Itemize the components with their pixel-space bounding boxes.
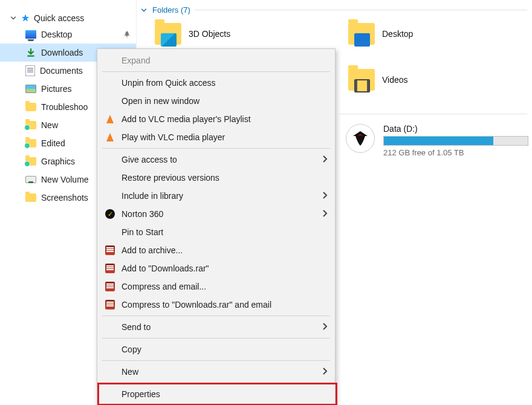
norton-icon: ✓ (105, 209, 115, 219)
blank-icon (105, 77, 115, 88)
menu-item-send-to[interactable]: Send to (99, 318, 334, 336)
sidebar-item-label: Downloads (41, 48, 83, 57)
vlc-cone-icon (105, 132, 115, 143)
folder-tile-desktop[interactable]: Desktop (348, 23, 413, 45)
drive-icon (25, 176, 36, 183)
drive-name: Data (D:) (383, 124, 528, 134)
submenu-arrow-icon (322, 191, 328, 201)
menu-separator (102, 71, 330, 72)
submenu-arrow-icon (322, 209, 328, 219)
folder-sync-icon (25, 139, 36, 147)
menu-separator (102, 316, 330, 316)
star-icon (21, 13, 30, 23)
chevron-down-icon (10, 15, 17, 22)
blank-icon (105, 322, 115, 332)
submenu-arrow-icon (322, 155, 328, 165)
winrar-icon (105, 245, 115, 256)
menu-item-open-in-new-window[interactable]: Open in new window (99, 92, 334, 110)
drive-info: Data (D:) 212 GB free of 1.05 TB (383, 124, 528, 157)
devices-separator (339, 114, 527, 114)
menu-item-label: Include in library (122, 191, 183, 201)
menu-separator (102, 148, 330, 149)
sidebar-item-label: Edited (41, 138, 65, 148)
menu-item-label: Compress to "Downloads.rar" and email (122, 300, 271, 309)
folder-sync-icon (25, 121, 36, 129)
menu-item-copy[interactable]: Copy (99, 340, 334, 358)
menu-item-add-to-vlc-media-player-s-playlist[interactable]: Add to VLC media player's Playlist (99, 110, 334, 128)
menu-item-label: Add to VLC media player's Playlist (122, 114, 251, 124)
drive-freespace: 212 GB free of 1.05 TB (383, 148, 528, 157)
sidebar-item-label: Pictures (41, 84, 72, 94)
blank-icon (105, 344, 115, 355)
winrar-icon (105, 299, 115, 310)
vlc-cone-icon (105, 114, 115, 125)
submenu-arrow-icon (322, 322, 328, 332)
sidebar-item-label: Troubleshoo (41, 102, 88, 112)
menu-item-norton-360[interactable]: ✓Norton 360 (99, 205, 334, 223)
menu-item-label: Add to "Downloads.rar" (122, 264, 209, 273)
drive-logo-icon (346, 124, 375, 153)
winrar-icon (105, 263, 115, 274)
menu-item-give-access-to[interactable]: Give access to (99, 151, 334, 169)
sidebar-item-desktop[interactable]: Desktop (0, 25, 136, 44)
sidebar-item-label: Documents (40, 66, 83, 76)
menu-separator (102, 383, 330, 383)
folder-label: Videos (382, 75, 408, 85)
menu-item-add-to-archive[interactable]: Add to archive... (99, 241, 334, 259)
menu-item-play-with-vlc-media-player[interactable]: Play with VLC media player (99, 128, 334, 146)
blank-icon (105, 96, 115, 106)
menu-item-label: New (122, 367, 138, 377)
folders-section-header[interactable]: Folders (7) (140, 5, 527, 15)
menu-item-properties[interactable]: Properties (99, 385, 334, 403)
menu-item-label: Add to archive... (122, 245, 183, 255)
sidebar-item-label: New Volume (41, 175, 89, 184)
folder-sync-icon (25, 157, 36, 166)
folder-icon (25, 103, 36, 111)
menu-item-include-in-library[interactable]: Include in library (99, 187, 334, 205)
menu-item-label: Compress and email... (122, 282, 206, 291)
pictures-icon (25, 85, 36, 93)
menu-item-add-to-downloads-rar[interactable]: Add to "Downloads.rar" (99, 259, 334, 277)
document-icon (25, 65, 35, 76)
menu-item-label: Norton 360 (122, 209, 163, 219)
folder-icon (155, 23, 181, 45)
menu-item-label: Unpin from Quick access (122, 78, 216, 88)
sidebar-item-label: Graphics (41, 157, 75, 166)
storage-bar (383, 136, 528, 146)
quick-access-root[interactable]: Quick access (0, 11, 136, 25)
menu-separator (102, 338, 330, 339)
menu-item-label: Send to (122, 322, 151, 332)
blank-icon (105, 389, 115, 400)
drive-data-d[interactable]: Data (D:) 212 GB free of 1.05 TB (346, 124, 528, 157)
menu-item-restore-previous-versions[interactable]: Restore previous versions (99, 169, 334, 187)
menu-item-label: Play with VLC media player (122, 132, 225, 142)
menu-item-label: Copy (122, 345, 141, 354)
folder-icon (348, 23, 375, 45)
folder-tile-3dobjects[interactable]: 3D Objects (155, 23, 230, 45)
download-icon (25, 47, 36, 58)
menu-item-expand: Expand (99, 51, 334, 70)
folder-label: 3D Objects (189, 29, 230, 39)
menu-item-label: Properties (122, 389, 160, 399)
menu-separator (102, 360, 330, 361)
menu-item-compress-to-downloads-rar-and-email[interactable]: Compress to "Downloads.rar" and email (99, 296, 334, 314)
folder-icon (348, 69, 375, 91)
blank-icon (105, 55, 115, 66)
folder-icon (25, 193, 36, 202)
desktop-icon (25, 30, 36, 39)
menu-item-compress-and-email[interactable]: Compress and email... (99, 277, 334, 296)
winrar-icon (105, 281, 115, 292)
menu-item-unpin-from-quick-access[interactable]: Unpin from Quick access (99, 74, 334, 92)
menu-item-new[interactable]: New (99, 363, 334, 381)
menu-item-label: Give access to (122, 155, 177, 164)
sidebar-item-label: Desktop (41, 30, 72, 39)
menu-item-pin-to-start[interactable]: Pin to Start (99, 223, 334, 241)
folder-tile-videos[interactable]: Videos (348, 69, 408, 91)
menu-item-label: Expand (122, 56, 150, 65)
sidebar-item-label: Screenshots (41, 193, 88, 202)
menu-item-label: Pin to Start (122, 227, 163, 237)
section-label: Folders (7) (152, 5, 190, 15)
context-menu: ExpandUnpin from Quick accessOpen in new… (97, 48, 336, 405)
menu-item-label: Restore previous versions (122, 173, 219, 183)
menu-item-label: Open in new window (122, 96, 199, 106)
